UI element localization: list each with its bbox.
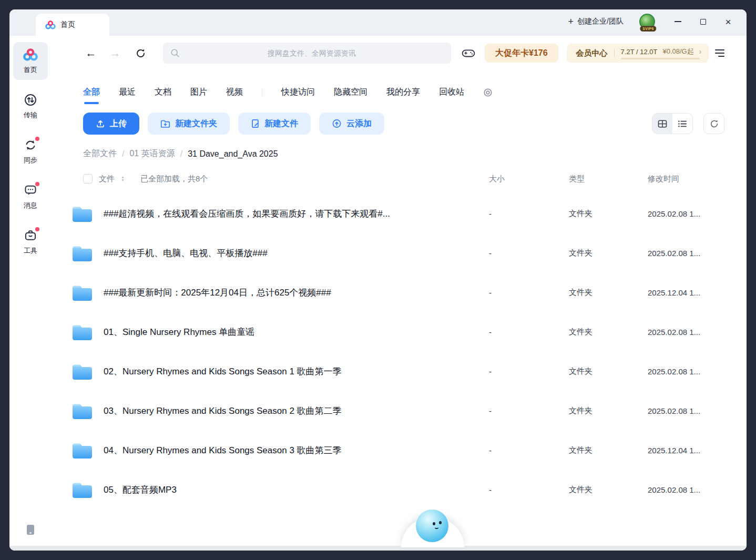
titlebar: 首页 + 创建企业/团队 SVIP6 × bbox=[9, 9, 747, 36]
actions-row: 上传 新建文件夹 bbox=[52, 105, 747, 135]
file-name: ###超清视频，在线观看会压缩画质，如果要画质好，请下载下来观看#... bbox=[104, 208, 390, 220]
breadcrumb-folder[interactable]: 01 英语资源 bbox=[129, 148, 175, 159]
file-type: 文件夹 bbox=[552, 445, 631, 455]
mobile-app-button[interactable] bbox=[25, 523, 36, 536]
file-row[interactable]: 04、Nursery Rhymes and Kids Songs Season … bbox=[52, 431, 747, 470]
toolbar: ← → bbox=[52, 36, 747, 70]
search-bar[interactable] bbox=[163, 43, 451, 64]
netdisk-logo-icon bbox=[45, 21, 56, 29]
search-icon bbox=[170, 48, 180, 58]
list-refresh-button[interactable] bbox=[703, 113, 724, 134]
file-row[interactable]: 05、配套音频MP3 - 文件夹 2025.02.08 1... bbox=[52, 470, 747, 510]
target-circle-icon[interactable] bbox=[483, 88, 493, 97]
sidebar-item-home[interactable]: 首页 bbox=[13, 42, 48, 80]
file-row[interactable]: 03、Nursery Rhymes and Kids Songs Season … bbox=[52, 391, 747, 431]
folder-icon bbox=[71, 442, 93, 460]
create-team-label: 创建企业/团队 bbox=[577, 17, 624, 26]
file-modified: 2025.02.08 1... bbox=[631, 406, 704, 415]
tab-all[interactable]: 全部 bbox=[83, 87, 100, 104]
file-type: 文件夹 bbox=[552, 248, 631, 258]
file-size: - bbox=[489, 249, 552, 258]
list-view-button[interactable] bbox=[672, 114, 692, 134]
sidebar-item-tools[interactable]: 工具 bbox=[13, 223, 48, 261]
column-file: 文件 bbox=[99, 174, 115, 184]
folder-plus-icon bbox=[160, 119, 170, 128]
file-modified: 2025.02.08 1... bbox=[631, 485, 704, 494]
tab-hidden-space[interactable]: 隐藏空间 bbox=[334, 87, 367, 104]
tab-recycle-bin[interactable]: 回收站 bbox=[439, 87, 464, 104]
sidebar: 首页 传输 bbox=[9, 36, 52, 551]
transfer-icon bbox=[23, 93, 38, 107]
minimize-button[interactable] bbox=[673, 17, 682, 26]
breadcrumb-separator: / bbox=[180, 149, 182, 159]
main-menu-button[interactable] bbox=[715, 49, 724, 57]
file-type: 文件夹 bbox=[552, 327, 631, 337]
file-name: 03、Nursery Rhymes and Kids Songs Season … bbox=[104, 405, 342, 417]
member-center-button[interactable]: 会员中心 7.2T / 12.0T ¥0.08/G起 › bbox=[567, 44, 709, 63]
new-folder-label: 新建文件夹 bbox=[175, 118, 217, 129]
file-name: 01、Single Nursery Rhymes 单曲童谣 bbox=[104, 326, 254, 338]
sidebar-item-sync[interactable]: 同步 bbox=[13, 133, 48, 170]
file-row[interactable]: ###最新更新时间：2025年12月04日，总计625个视频### - 文件夹 … bbox=[52, 273, 747, 312]
folder-icon bbox=[71, 363, 93, 381]
search-input[interactable] bbox=[180, 49, 444, 57]
tab-quick-access[interactable]: 快捷访问 bbox=[281, 87, 315, 104]
file-size: - bbox=[489, 328, 552, 337]
file-row[interactable]: ###支持手机、电脑、电视、平板播放### - 文件夹 2025.02.08 1… bbox=[52, 233, 747, 273]
column-modified: 修改时间 bbox=[631, 174, 704, 184]
gamepad-icon[interactable] bbox=[462, 47, 475, 59]
user-avatar[interactable]: SVIP6 bbox=[639, 14, 657, 29]
sidebar-item-transfer[interactable]: 传输 bbox=[13, 87, 48, 125]
file-name: 04、Nursery Rhymes and Kids Songs Season … bbox=[104, 444, 342, 456]
grid-view-button[interactable] bbox=[652, 114, 672, 134]
file-row[interactable]: 02、Nursery Rhymes and Kids Songs Season … bbox=[52, 352, 747, 391]
back-button[interactable]: ← bbox=[83, 47, 99, 59]
tab-recent[interactable]: 最近 bbox=[119, 87, 136, 104]
select-all-checkbox[interactable] bbox=[83, 174, 93, 184]
ball-eye bbox=[433, 522, 435, 525]
tab-pictures[interactable]: 图片 bbox=[190, 87, 207, 104]
file-size: - bbox=[489, 485, 552, 494]
forward-button[interactable]: → bbox=[107, 47, 123, 59]
breadcrumb: 全部文件 / 01 英语资源 / 31 Dave_and_Ava 2025 bbox=[52, 135, 747, 159]
app-window: 首页 + 创建企业/团队 SVIP6 × bbox=[9, 9, 747, 551]
upload-button[interactable]: 上传 bbox=[83, 113, 139, 135]
sort-toggle[interactable]: ▲▼ bbox=[121, 176, 125, 182]
tab-my-shares[interactable]: 我的分享 bbox=[386, 87, 420, 104]
file-type: 文件夹 bbox=[552, 209, 631, 219]
sidebar-item-messages[interactable]: 消息 bbox=[13, 178, 48, 216]
tab-documents[interactable]: 文档 bbox=[155, 87, 171, 104]
new-folder-button[interactable]: 新建文件夹 bbox=[148, 113, 230, 135]
new-file-button[interactable]: 新建文件 bbox=[238, 113, 311, 135]
message-icon bbox=[23, 183, 38, 198]
file-type: 文件夹 bbox=[552, 366, 631, 376]
file-row[interactable]: 01、Single Nursery Rhymes 单曲童谣 - 文件夹 2025… bbox=[52, 312, 747, 352]
column-type: 类型 bbox=[552, 174, 631, 184]
toolbox-icon bbox=[23, 228, 38, 243]
vip-badge: SVIP6 bbox=[640, 26, 656, 32]
promo-annual-card-button[interactable]: 大促年卡¥176 bbox=[485, 44, 558, 63]
file-modified: 2025.02.08 1... bbox=[631, 209, 704, 218]
maximize-button[interactable] bbox=[698, 17, 708, 26]
breadcrumb-root[interactable]: 全部文件 bbox=[83, 148, 117, 159]
table-header: 文件 ▲▼ 已全部加载，共8个 大小 类型 修改时间 bbox=[52, 164, 747, 194]
file-row[interactable]: ###超清视频，在线观看会压缩画质，如果要画质好，请下载下来观看#... - 文… bbox=[52, 194, 747, 233]
folder-icon bbox=[71, 284, 93, 302]
assistant-ball-button[interactable] bbox=[416, 510, 448, 542]
app-tab-home[interactable]: 首页 bbox=[36, 14, 109, 36]
refresh-button[interactable] bbox=[132, 48, 148, 59]
folder-icon bbox=[71, 245, 93, 262]
sidebar-item-label: 首页 bbox=[24, 65, 37, 75]
file-size: - bbox=[489, 209, 552, 218]
notification-dot bbox=[35, 137, 39, 141]
file-size: - bbox=[489, 406, 552, 415]
tab-videos[interactable]: 视频 bbox=[226, 87, 243, 104]
chevron-right-icon: › bbox=[699, 47, 702, 56]
cloud-add-button[interactable]: 云添加 bbox=[319, 113, 384, 135]
column-size: 大小 bbox=[489, 174, 552, 184]
file-modified: 2025.02.08 1... bbox=[631, 328, 704, 337]
file-name: 02、Nursery Rhymes and Kids Songs Season … bbox=[104, 365, 342, 378]
close-button[interactable]: × bbox=[723, 17, 733, 26]
create-team-button[interactable]: + 创建企业/团队 bbox=[568, 17, 624, 26]
sidebar-item-label: 传输 bbox=[24, 110, 37, 120]
